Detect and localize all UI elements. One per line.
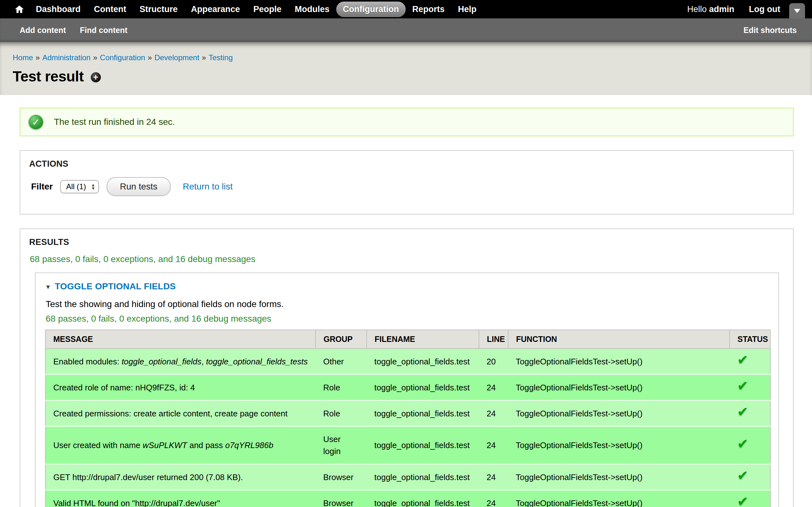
result-row: Valid HTML found on "http://drupal7.dev/… [45,490,770,507]
column-header-group: GROUP [316,330,367,349]
filename-cell: toggle_optional_fields.test [367,490,479,507]
admin-menu-item-modules[interactable]: Modules [288,2,336,17]
message-emphasis: wSuPLKWT [143,441,187,450]
result-row: Created permissions: create article cont… [45,400,770,427]
message-cell: Enabled modules: toggle_optional_fields,… [45,349,316,375]
admin-menu-item-help[interactable]: Help [451,2,484,17]
logout-link[interactable]: Log out [749,4,780,14]
breadcrumb-link-administration[interactable]: Administration [42,53,90,62]
results-legend: RESULTS [29,237,784,247]
function-cell: ToggleOptionalFieldsTest->setUp() [508,400,729,427]
message-text: and pass [187,441,225,450]
function-cell: ToggleOptionalFieldsTest->setUp() [508,464,729,490]
filename-cell: toggle_optional_fields.test [367,400,479,427]
line-cell: 24 [479,375,508,400]
results-panel: RESULTS 68 passes, 0 fails, 0 exceptions… [20,228,794,507]
pass-check-icon: ✔ [737,404,748,419]
group-cell: Browser [316,490,367,507]
message-emphasis: toggle_optional_fields [121,357,201,366]
actions-legend: ACTIONS [29,159,784,169]
column-header-status: STATUS [729,330,770,349]
result-row: Created role of name: nHQ9fFZS, id: 4Rol… [45,375,770,400]
group-cell: Other [316,349,367,375]
column-header-message: MESSAGE [45,330,316,349]
admin-menu-item-people[interactable]: People [247,2,288,17]
breadcrumb-separator: » [199,53,208,62]
page-title: Test result [13,68,84,85]
message-text: GET http://drupal7.dev/user returned 200… [53,472,243,482]
test-class-title-link[interactable]: TOGGLE OPTIONAL FIELDS [55,281,176,291]
chevron-down-icon [794,9,800,13]
breadcrumb-separator: » [90,53,100,62]
admin-menu-item-appearance[interactable]: Appearance [184,2,247,17]
admin-toolbar: DashboardContentStructureAppearancePeopl… [0,0,812,18]
admin-menu-item-content[interactable]: Content [87,2,133,17]
test-class-description: Test the showing and hiding of optional … [46,299,769,309]
group-cell: User login [316,427,367,464]
breadcrumb-link-home[interactable]: Home [13,53,33,62]
edit-shortcuts-link[interactable]: Edit shortcuts [737,26,804,35]
line-cell: 24 [479,490,508,507]
breadcrumb-link-configuration[interactable]: Configuration [100,53,145,62]
message-cell: User created with name wSuPLKWT and pass… [45,427,316,464]
status-cell: ✔ [729,349,770,375]
line-cell: 24 [479,400,508,427]
admin-menu-item-configuration[interactable]: Configuration [336,2,406,17]
function-cell: ToggleOptionalFieldsTest->setUp() [508,490,729,507]
message-text: Valid HTML found on "http://drupal7.dev/… [53,498,220,507]
line-cell: 24 [479,464,508,490]
filter-select[interactable]: All (1) ▲▼ [60,180,99,193]
check-circle-icon: ✓ [29,115,43,129]
pass-check-icon: ✔ [737,436,748,451]
column-header-filename: FILENAME [367,330,479,349]
breadcrumb-separator: » [33,53,42,62]
results-summary: 68 passes, 0 fails, 0 exceptions, and 16… [30,254,784,264]
run-tests-button[interactable]: Run tests [107,177,171,196]
column-header-function: FUNCTION [508,330,729,349]
return-to-list-link[interactable]: Return to list [183,181,233,192]
filename-cell: toggle_optional_fields.test [367,464,479,490]
greeting-text: Hello admin [687,4,734,14]
username: admin [709,4,734,14]
pass-check-icon: ✔ [737,494,748,507]
test-class-summary: 68 passes, 0 fails, 0 exceptions, and 16… [46,314,769,324]
message-text: Created role of name: nHQ9fFZS, id: 4 [53,383,195,392]
shortcut-add-content[interactable]: Add content [13,26,73,35]
page-header: Home»Administration»Configuration»Develo… [0,42,812,95]
pass-check-icon: ✔ [737,468,748,483]
line-cell: 20 [479,349,508,375]
message-text: Enabled modules: [53,357,121,366]
line-cell: 24 [479,427,508,464]
message-cell: GET http://drupal7.dev/user returned 200… [45,464,316,490]
add-shortcut-icon[interactable]: + [91,72,101,82]
message-emphasis: o7qYRL986b [225,441,273,450]
home-icon[interactable] [9,4,29,14]
shortcut-bar: Add contentFind content Edit shortcuts [0,18,812,42]
function-cell: ToggleOptionalFieldsTest->setUp() [508,349,729,375]
message-cell: Created permissions: create article cont… [45,400,316,427]
status-cell: ✔ [729,400,770,427]
message-cell: Valid HTML found on "http://drupal7.dev/… [45,490,316,507]
admin-menu-item-dashboard[interactable]: Dashboard [29,2,87,17]
result-row: User created with name wSuPLKWT and pass… [45,427,770,464]
function-cell: ToggleOptionalFieldsTest->setUp() [508,375,729,400]
collapse-arrow-icon: ▼ [45,284,51,291]
actions-panel: ACTIONS Filter All (1) ▲▼ Run tests Retu… [20,150,794,215]
status-cell: ✔ [729,490,770,507]
status-message: ✓ The test run finished in 24 sec. [20,108,794,136]
admin-menu: DashboardContentStructureAppearancePeopl… [29,2,483,17]
breadcrumb-link-testing[interactable]: Testing [209,53,233,62]
group-cell: Role [316,375,367,400]
status-message-text: The test run finished in 24 sec. [54,117,175,127]
breadcrumb: Home»Administration»Configuration»Develo… [13,53,812,62]
admin-menu-item-structure[interactable]: Structure [133,2,184,17]
results-table-header-row: MESSAGEGROUPFILENAMELINEFUNCTIONSTATUS [45,330,770,349]
status-cell: ✔ [729,375,770,400]
status-cell: ✔ [729,464,770,490]
breadcrumb-link-development[interactable]: Development [154,53,199,62]
filter-label: Filter [31,181,53,192]
shortcut-find-content[interactable]: Find content [73,26,135,35]
toolbar-drawer-toggle[interactable] [789,3,805,18]
admin-menu-item-reports[interactable]: Reports [406,2,451,17]
function-cell: ToggleOptionalFieldsTest->setUp() [508,427,729,464]
